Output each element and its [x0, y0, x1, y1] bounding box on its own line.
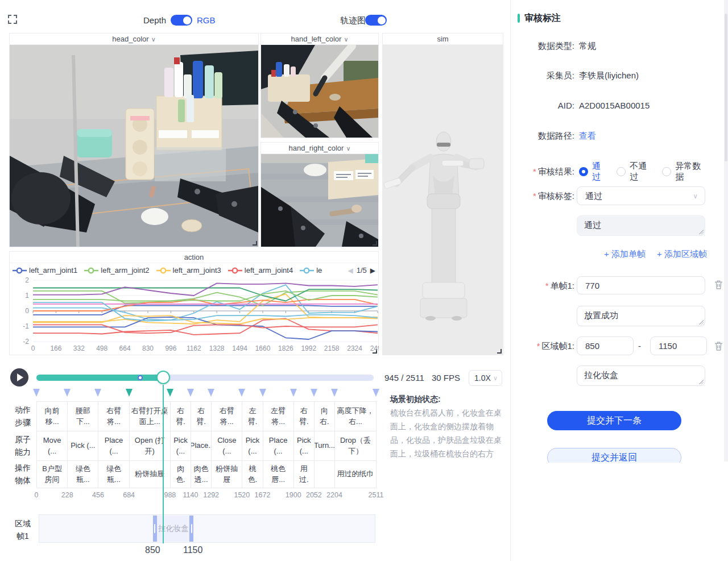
frame-axis-label: 0 [35, 491, 39, 499]
step-boundary-marker[interactable] [187, 389, 194, 397]
svg-text:0: 0 [31, 344, 35, 352]
frame-axis-label: 1292 [203, 491, 219, 499]
legend-item[interactable]: le [300, 266, 322, 275]
legend-item[interactable]: left_arm_joint3 [156, 266, 221, 275]
single-frame-input[interactable]: 770 [577, 276, 705, 294]
info-field-row: AID:A2D0015AB00015 [511, 101, 715, 110]
single-frame-note[interactable]: 放置成功 [577, 306, 705, 326]
table-cell: 左臂将... [263, 402, 294, 431]
frame-axis-label: 228 [61, 491, 73, 499]
add-region-frame-link[interactable]: + 添加区域帧 [657, 249, 707, 259]
speed-select[interactable]: 1.0X∨ [469, 370, 502, 386]
single-frame-marker-dot[interactable] [138, 375, 143, 380]
step-boundary-marker[interactable] [331, 389, 338, 397]
resize-grip-icon[interactable] [699, 380, 704, 384]
hand-right-camera-title[interactable]: hand_right_color∨ [261, 143, 378, 154]
fullscreen-icon[interactable] [8, 15, 17, 24]
radio-icon[interactable] [662, 167, 671, 176]
legend-line-icon [228, 267, 242, 274]
step-boundary-marker[interactable] [238, 389, 245, 397]
add-single-frame-link[interactable]: + 添加单帧 [604, 249, 646, 259]
svg-text:1494: 1494 [232, 344, 247, 352]
step-boundary-marker[interactable] [208, 389, 214, 397]
head-camera-image [10, 45, 258, 247]
trajectory-toggle[interactable] [365, 15, 387, 26]
frame-axis-label: 1900 [286, 491, 301, 499]
trash-icon[interactable] [714, 280, 723, 289]
table-cell: B户型房间 [37, 461, 68, 488]
table-cell: Close (... [212, 431, 242, 461]
hand-right-camera-panel: hand_right_color∨ [260, 142, 379, 247]
resize-grip-icon[interactable] [699, 320, 704, 325]
play-button[interactable] [10, 368, 28, 387]
frame-axis-label: 1140 [183, 491, 198, 499]
table-cell: Place (... [98, 431, 129, 461]
table-cell: 高度下降，右... [335, 402, 377, 431]
legend-item-label: left_arm_joint2 [101, 266, 149, 275]
resize-grip-icon[interactable] [699, 230, 704, 234]
submit-back-button[interactable]: 提交并返回 [547, 448, 681, 463]
radio-option-label: 通过 [592, 161, 606, 182]
region-frame-label: *区域帧1: [511, 341, 574, 352]
radio-option[interactable]: 通过 [579, 161, 606, 182]
step-boundary-marker[interactable] [290, 389, 297, 397]
step-boundary-marker[interactable] [373, 389, 379, 397]
legend-item[interactable]: left_arm_joint1 [13, 266, 77, 275]
scene-state-title: 场景初始状态: [390, 394, 506, 405]
legend-next-icon[interactable]: ▶ [370, 267, 375, 275]
frame-axis-label: 684 [123, 491, 135, 499]
panel-resize-handle[interactable] [253, 241, 257, 246]
playback-slider[interactable] [36, 375, 374, 381]
review-tag-select[interactable]: 通过∨ [577, 186, 705, 205]
radio-option[interactable]: 不通过 [617, 161, 652, 182]
data-path-link[interactable]: 查看 [579, 131, 596, 142]
region-end-input[interactable]: 1150 [650, 336, 707, 355]
region-frame-track[interactable]: 拉化妆盒 [39, 514, 375, 543]
table-cell: Move (... [37, 431, 68, 461]
svg-text:1826: 1826 [278, 344, 293, 352]
sim-panel-title[interactable]: sim [383, 34, 503, 45]
step-boundary-marker[interactable] [311, 389, 317, 397]
table-cell: 用过的纸巾 [335, 461, 377, 488]
trash-icon[interactable] [714, 341, 723, 351]
scene-state-text: 梳妆台在机器人前，化妆盒在桌面上，化妆盒的侧边摆放着物品，化妆品，护肤品盒垃圾在… [390, 406, 507, 460]
svg-text:664: 664 [119, 344, 131, 352]
chevron-down-icon: ∨ [346, 145, 350, 152]
region-handle-right[interactable] [191, 524, 192, 533]
action-chart: 210-1-2016633249866483099611621328149416… [9, 277, 379, 355]
legend-item[interactable]: left_arm_joint4 [228, 266, 293, 275]
slider-fill [36, 375, 163, 381]
review-tag-note[interactable]: 通过 [577, 215, 705, 236]
radio-option-label: 不通过 [630, 161, 652, 182]
step-boundary-marker[interactable] [94, 389, 101, 397]
region-frame-block[interactable]: 拉化妆盒 [153, 516, 193, 542]
scrollbar-thumb[interactable] [725, 14, 727, 161]
panel-resize-handle[interactable] [497, 349, 502, 354]
step-boundary-marker[interactable] [259, 389, 266, 397]
frame-axis-label: 2511 [369, 491, 384, 499]
hand-left-camera-title[interactable]: hand_left_color∨ [261, 34, 378, 45]
step-boundary-marker[interactable] [33, 389, 40, 397]
region-start-input[interactable]: 850 [577, 336, 634, 355]
region-handle-left[interactable] [154, 524, 155, 533]
slider-handle[interactable] [156, 371, 170, 384]
row-label-objects: 操作物体 [11, 462, 34, 487]
rgb-label: RGB [197, 15, 216, 25]
chart-series-left_arm_joint2 [33, 291, 378, 306]
chart-series-right_arm_joint3 [33, 317, 378, 339]
radio-option[interactable]: 异常数据 [662, 161, 705, 182]
depth-rgb-toggle[interactable] [171, 15, 192, 26]
info-field-value: 李轶晨(liyichen) [579, 70, 639, 81]
radio-icon[interactable] [579, 167, 588, 176]
legend-prev-icon[interactable]: ◀ [348, 267, 353, 275]
head-camera-title[interactable]: head_color∨ [10, 34, 258, 45]
scrollbar[interactable] [724, 0, 728, 462]
step-boundary-marker[interactable] [64, 389, 71, 397]
submit-next-button[interactable]: 提交并下一条 [547, 411, 681, 430]
step-boundary-marker[interactable] [167, 389, 173, 397]
step-boundary-marker[interactable] [126, 389, 133, 397]
radio-icon[interactable] [617, 167, 626, 176]
panel-resize-handle[interactable] [373, 241, 377, 246]
region-frame-note[interactable]: 拉化妆盒 [577, 365, 705, 386]
legend-item[interactable]: left_arm_joint2 [84, 266, 149, 275]
